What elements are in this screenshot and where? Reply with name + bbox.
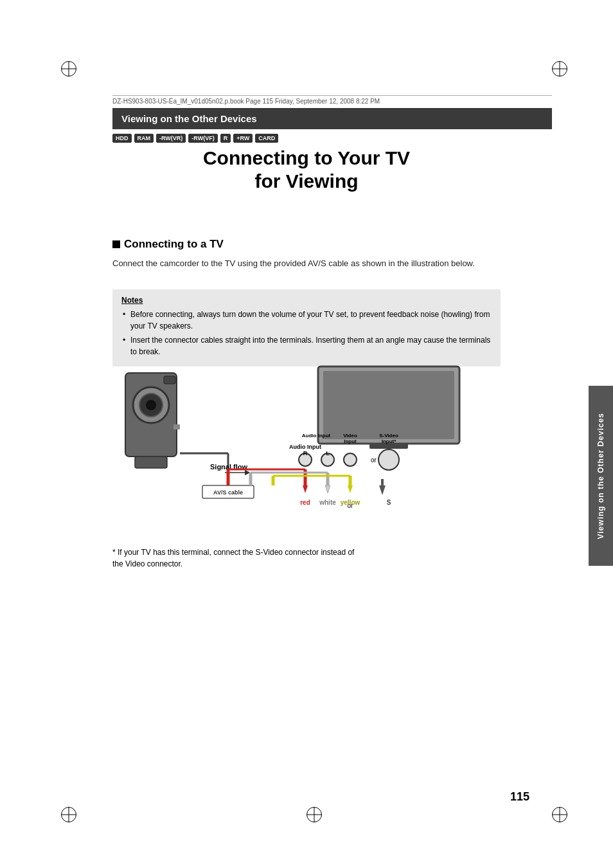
badge-rw-vr: -RW(VR) bbox=[156, 134, 186, 143]
svg-text:Input*: Input* bbox=[382, 439, 397, 444]
svg-marker-20 bbox=[325, 485, 330, 493]
svg-text:Video: Video bbox=[343, 433, 357, 439]
notes-box: Notes Before connecting, always turn dow… bbox=[112, 289, 501, 366]
section-header-text: Viewing on the Other Devices bbox=[121, 113, 257, 124]
notes-list: Before connecting, always turn down the … bbox=[121, 309, 492, 357]
connection-diagram: AV/S cable Signal flow bbox=[100, 360, 492, 547]
badge-plus-rw: +RW bbox=[233, 134, 253, 143]
body-text-content: Connect the camcorder to the TV using th… bbox=[112, 258, 475, 268]
svg-rect-4 bbox=[164, 376, 175, 384]
svg-point-32 bbox=[344, 453, 357, 466]
footnote: * If your TV has this terminal, connect … bbox=[112, 547, 501, 570]
bullet-icon bbox=[112, 240, 120, 248]
svg-text:Audio Input: Audio Input bbox=[289, 444, 321, 450]
diagram-area: AV/S cable Signal flow bbox=[100, 360, 492, 547]
svg-text:R: R bbox=[303, 450, 308, 457]
svg-text:S-Video: S-Video bbox=[379, 433, 398, 439]
side-tab-text: Viewing on the Other Devices bbox=[596, 413, 605, 539]
svg-marker-26 bbox=[379, 485, 386, 495]
svg-point-3 bbox=[146, 400, 156, 410]
svg-text:white: white bbox=[319, 499, 336, 506]
section-header: Viewing on the Other Devices bbox=[112, 108, 552, 129]
sub-heading-text: Connecting to a TV bbox=[124, 238, 224, 251]
main-title-line1: Connecting to Your TV bbox=[112, 147, 501, 170]
svg-text:S: S bbox=[387, 499, 391, 506]
svg-rect-28 bbox=[323, 371, 454, 439]
badge-r: R bbox=[220, 134, 231, 143]
side-tab: Viewing on the Other Devices bbox=[589, 386, 613, 566]
svg-rect-29 bbox=[369, 444, 408, 449]
svg-marker-24 bbox=[348, 485, 353, 493]
svg-text:or: or bbox=[371, 457, 377, 464]
notes-title: Notes bbox=[121, 296, 492, 305]
main-title: Connecting to Your TV for Viewing bbox=[112, 147, 501, 193]
svg-marker-16 bbox=[303, 485, 308, 493]
media-badges: HDD RAM -RW(VR) -RW(VF) R +RW CARD bbox=[112, 134, 278, 143]
svg-text:Input: Input bbox=[344, 439, 357, 444]
svg-text:yellow: yellow bbox=[341, 499, 360, 506]
note-item-2: Insert the connector cables straight int… bbox=[121, 334, 492, 357]
badge-rw-vf: -RW(VF) bbox=[188, 134, 217, 143]
badge-card: CARD bbox=[255, 134, 278, 143]
svg-point-33 bbox=[378, 449, 399, 470]
footnote-line1: * If your TV has this terminal, connect … bbox=[112, 548, 354, 557]
badge-hdd: HDD bbox=[112, 134, 132, 143]
page: DZ-HS903-803-US-Ea_IM_v01d05n02.p.book P… bbox=[0, 0, 613, 868]
svg-rect-5 bbox=[135, 457, 167, 468]
footnote-line2: the Video connector. bbox=[112, 559, 182, 568]
section-heading: Connecting to a TV bbox=[112, 238, 224, 251]
page-number: 115 bbox=[510, 790, 529, 804]
svg-text:L: L bbox=[326, 450, 330, 457]
file-info-text: DZ-HS903-803-US-Ea_IM_v01d05n02.p.book P… bbox=[112, 98, 380, 105]
svg-text:Audio Input: Audio Input bbox=[302, 433, 331, 439]
file-info: DZ-HS903-803-US-Ea_IM_v01d05n02.p.book P… bbox=[112, 95, 552, 105]
body-text: Connect the camcorder to the TV using th… bbox=[112, 257, 501, 270]
svg-text:AV/S cable: AV/S cable bbox=[213, 489, 243, 496]
main-title-line2: for Viewing bbox=[112, 170, 501, 193]
note-item-1: Before connecting, always turn down the … bbox=[121, 309, 492, 332]
badge-ram: RAM bbox=[134, 134, 154, 143]
svg-rect-6 bbox=[173, 424, 180, 429]
svg-text:red: red bbox=[300, 499, 310, 506]
